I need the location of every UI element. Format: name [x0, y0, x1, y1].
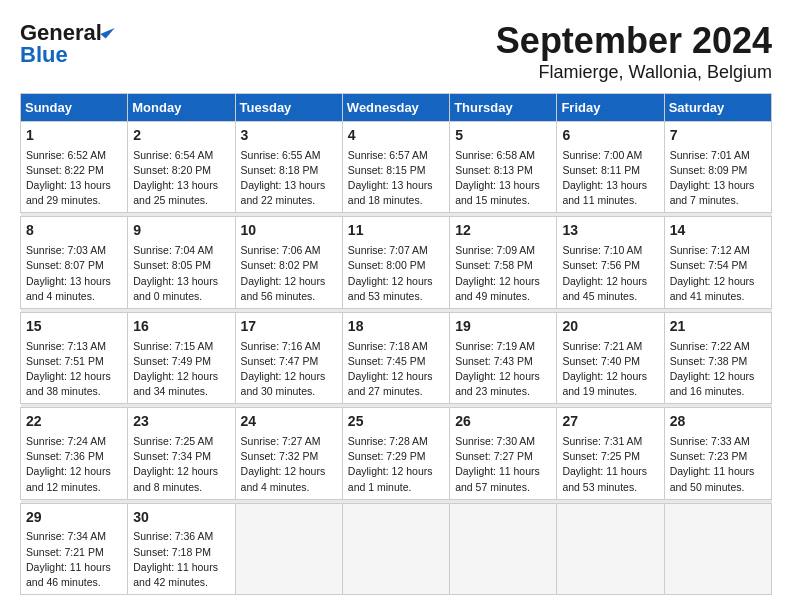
calendar-cell: 1Sunrise: 6:52 AM Sunset: 8:22 PM Daylig… [21, 122, 128, 213]
day-info: Sunrise: 7:27 AM Sunset: 7:32 PM Dayligh… [241, 434, 337, 495]
calendar-cell: 2Sunrise: 6:54 AM Sunset: 8:20 PM Daylig… [128, 122, 235, 213]
day-info: Sunrise: 7:10 AM Sunset: 7:56 PM Dayligh… [562, 243, 658, 304]
day-info: Sunrise: 7:09 AM Sunset: 7:58 PM Dayligh… [455, 243, 551, 304]
calendar-cell: 30Sunrise: 7:36 AM Sunset: 7:18 PM Dayli… [128, 503, 235, 594]
day-info: Sunrise: 7:19 AM Sunset: 7:43 PM Dayligh… [455, 339, 551, 400]
day-info: Sunrise: 7:33 AM Sunset: 7:23 PM Dayligh… [670, 434, 766, 495]
calendar-week-3: 15Sunrise: 7:13 AM Sunset: 7:51 PM Dayli… [21, 312, 772, 403]
title-block: September 2024 Flamierge, Wallonia, Belg… [496, 20, 772, 83]
calendar-cell: 27Sunrise: 7:31 AM Sunset: 7:25 PM Dayli… [557, 408, 664, 499]
day-info: Sunrise: 7:21 AM Sunset: 7:40 PM Dayligh… [562, 339, 658, 400]
calendar-cell: 15Sunrise: 7:13 AM Sunset: 7:51 PM Dayli… [21, 312, 128, 403]
day-number: 2 [133, 126, 229, 146]
day-info: Sunrise: 7:34 AM Sunset: 7:21 PM Dayligh… [26, 529, 122, 590]
day-number: 16 [133, 317, 229, 337]
calendar-cell [342, 503, 449, 594]
day-number: 4 [348, 126, 444, 146]
day-number: 26 [455, 412, 551, 432]
day-info: Sunrise: 7:06 AM Sunset: 8:02 PM Dayligh… [241, 243, 337, 304]
day-info: Sunrise: 7:30 AM Sunset: 7:27 PM Dayligh… [455, 434, 551, 495]
day-number: 18 [348, 317, 444, 337]
day-number: 30 [133, 508, 229, 528]
calendar-cell [664, 503, 771, 594]
calendar-cell: 12Sunrise: 7:09 AM Sunset: 7:58 PM Dayli… [450, 217, 557, 308]
day-number: 24 [241, 412, 337, 432]
day-number: 25 [348, 412, 444, 432]
calendar-cell: 16Sunrise: 7:15 AM Sunset: 7:49 PM Dayli… [128, 312, 235, 403]
day-number: 1 [26, 126, 122, 146]
day-info: Sunrise: 6:57 AM Sunset: 8:15 PM Dayligh… [348, 148, 444, 209]
day-info: Sunrise: 7:22 AM Sunset: 7:38 PM Dayligh… [670, 339, 766, 400]
day-number: 14 [670, 221, 766, 241]
calendar-cell: 9Sunrise: 7:04 AM Sunset: 8:05 PM Daylig… [128, 217, 235, 308]
day-info: Sunrise: 7:15 AM Sunset: 7:49 PM Dayligh… [133, 339, 229, 400]
calendar-cell: 14Sunrise: 7:12 AM Sunset: 7:54 PM Dayli… [664, 217, 771, 308]
calendar-cell: 25Sunrise: 7:28 AM Sunset: 7:29 PM Dayli… [342, 408, 449, 499]
day-info: Sunrise: 7:03 AM Sunset: 8:07 PM Dayligh… [26, 243, 122, 304]
day-number: 17 [241, 317, 337, 337]
weekday-header-monday: Monday [128, 94, 235, 122]
calendar-table: SundayMondayTuesdayWednesdayThursdayFrid… [20, 93, 772, 595]
day-number: 28 [670, 412, 766, 432]
day-number: 10 [241, 221, 337, 241]
day-number: 21 [670, 317, 766, 337]
day-number: 29 [26, 508, 122, 528]
day-number: 23 [133, 412, 229, 432]
day-info: Sunrise: 7:12 AM Sunset: 7:54 PM Dayligh… [670, 243, 766, 304]
calendar-header-row: SundayMondayTuesdayWednesdayThursdayFrid… [21, 94, 772, 122]
calendar-cell: 19Sunrise: 7:19 AM Sunset: 7:43 PM Dayli… [450, 312, 557, 403]
calendar-cell: 10Sunrise: 7:06 AM Sunset: 8:02 PM Dayli… [235, 217, 342, 308]
day-info: Sunrise: 6:58 AM Sunset: 8:13 PM Dayligh… [455, 148, 551, 209]
day-info: Sunrise: 7:31 AM Sunset: 7:25 PM Dayligh… [562, 434, 658, 495]
day-number: 9 [133, 221, 229, 241]
day-number: 11 [348, 221, 444, 241]
month-title: September 2024 [496, 20, 772, 62]
day-info: Sunrise: 7:18 AM Sunset: 7:45 PM Dayligh… [348, 339, 444, 400]
calendar-cell: 13Sunrise: 7:10 AM Sunset: 7:56 PM Dayli… [557, 217, 664, 308]
day-info: Sunrise: 7:16 AM Sunset: 7:47 PM Dayligh… [241, 339, 337, 400]
day-number: 3 [241, 126, 337, 146]
page-header: General Blue September 2024 Flamierge, W… [20, 20, 772, 83]
calendar-cell: 24Sunrise: 7:27 AM Sunset: 7:32 PM Dayli… [235, 408, 342, 499]
calendar-week-5: 29Sunrise: 7:34 AM Sunset: 7:21 PM Dayli… [21, 503, 772, 594]
calendar-cell: 18Sunrise: 7:18 AM Sunset: 7:45 PM Dayli… [342, 312, 449, 403]
day-info: Sunrise: 7:01 AM Sunset: 8:09 PM Dayligh… [670, 148, 766, 209]
calendar-cell: 28Sunrise: 7:33 AM Sunset: 7:23 PM Dayli… [664, 408, 771, 499]
location: Flamierge, Wallonia, Belgium [496, 62, 772, 83]
day-info: Sunrise: 7:25 AM Sunset: 7:34 PM Dayligh… [133, 434, 229, 495]
calendar-cell: 7Sunrise: 7:01 AM Sunset: 8:09 PM Daylig… [664, 122, 771, 213]
day-info: Sunrise: 7:24 AM Sunset: 7:36 PM Dayligh… [26, 434, 122, 495]
calendar-cell [557, 503, 664, 594]
logo-blue: Blue [20, 42, 68, 68]
day-number: 7 [670, 126, 766, 146]
calendar-cell: 8Sunrise: 7:03 AM Sunset: 8:07 PM Daylig… [21, 217, 128, 308]
weekday-header-tuesday: Tuesday [235, 94, 342, 122]
calendar-cell: 3Sunrise: 6:55 AM Sunset: 8:18 PM Daylig… [235, 122, 342, 213]
day-info: Sunrise: 7:13 AM Sunset: 7:51 PM Dayligh… [26, 339, 122, 400]
day-info: Sunrise: 7:00 AM Sunset: 8:11 PM Dayligh… [562, 148, 658, 209]
calendar-cell: 29Sunrise: 7:34 AM Sunset: 7:21 PM Dayli… [21, 503, 128, 594]
logo-arrow-icon [100, 23, 114, 38]
weekday-header-thursday: Thursday [450, 94, 557, 122]
weekday-header-wednesday: Wednesday [342, 94, 449, 122]
calendar-cell: 11Sunrise: 7:07 AM Sunset: 8:00 PM Dayli… [342, 217, 449, 308]
day-number: 12 [455, 221, 551, 241]
weekday-header-saturday: Saturday [664, 94, 771, 122]
day-number: 5 [455, 126, 551, 146]
weekday-header-sunday: Sunday [21, 94, 128, 122]
calendar-cell: 20Sunrise: 7:21 AM Sunset: 7:40 PM Dayli… [557, 312, 664, 403]
calendar-cell: 23Sunrise: 7:25 AM Sunset: 7:34 PM Dayli… [128, 408, 235, 499]
day-info: Sunrise: 7:28 AM Sunset: 7:29 PM Dayligh… [348, 434, 444, 495]
day-number: 20 [562, 317, 658, 337]
day-number: 13 [562, 221, 658, 241]
day-number: 22 [26, 412, 122, 432]
day-number: 6 [562, 126, 658, 146]
day-number: 8 [26, 221, 122, 241]
day-number: 27 [562, 412, 658, 432]
day-info: Sunrise: 7:04 AM Sunset: 8:05 PM Dayligh… [133, 243, 229, 304]
day-info: Sunrise: 6:54 AM Sunset: 8:20 PM Dayligh… [133, 148, 229, 209]
calendar-cell [450, 503, 557, 594]
calendar-week-1: 1Sunrise: 6:52 AM Sunset: 8:22 PM Daylig… [21, 122, 772, 213]
calendar-cell: 5Sunrise: 6:58 AM Sunset: 8:13 PM Daylig… [450, 122, 557, 213]
day-number: 15 [26, 317, 122, 337]
